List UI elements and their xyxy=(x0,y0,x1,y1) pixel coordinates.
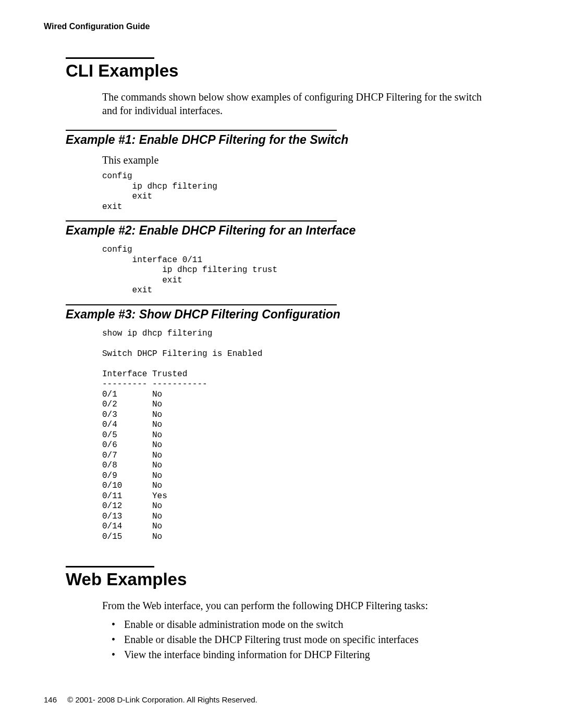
example1-intro: This example xyxy=(102,154,516,166)
example3-title: Example #3: Show DHCP Filtering Configur… xyxy=(66,307,516,322)
subsection-rule xyxy=(66,304,337,305)
example2-code: config interface 0/11 ip dhcp filtering … xyxy=(102,245,516,296)
example3-code: show ip dhcp filtering Switch DHCP Filte… xyxy=(102,329,516,542)
list-item: View the interface binding information f… xyxy=(112,648,497,662)
web-examples-list: Enable or disable administration mode on… xyxy=(112,618,497,662)
subsection-rule xyxy=(66,220,337,221)
section-title-cli: CLI Examples xyxy=(66,61,516,81)
list-item: Enable or disable administration mode on… xyxy=(112,618,497,632)
section-intro-web: From the Web interface, you can perform … xyxy=(102,599,498,612)
list-item: Enable or disable the DHCP Filtering tru… xyxy=(112,633,497,647)
running-header: Wired Configuration Guide xyxy=(44,22,516,31)
section-intro-cli: The commands shown below show examples o… xyxy=(102,90,498,117)
example1-code: config ip dhcp filtering exit exit xyxy=(102,171,516,212)
example2-title: Example #2: Enable DHCP Filtering for an… xyxy=(66,224,516,238)
subsection-rule xyxy=(66,130,337,131)
document-page: Wired Configuration Guide CLI Examples T… xyxy=(0,0,563,728)
page-footer: 146 © 2001- 2008 D-Link Corporation. All… xyxy=(44,695,258,704)
page-number: 146 xyxy=(44,695,57,704)
section-rule xyxy=(66,566,154,567)
section-rule xyxy=(66,57,154,59)
example1-title: Example #1: Enable DHCP Filtering for th… xyxy=(66,133,516,147)
copyright-text: © 2001- 2008 D-Link Corporation. All Rig… xyxy=(67,695,258,704)
section-title-web: Web Examples xyxy=(66,570,516,589)
